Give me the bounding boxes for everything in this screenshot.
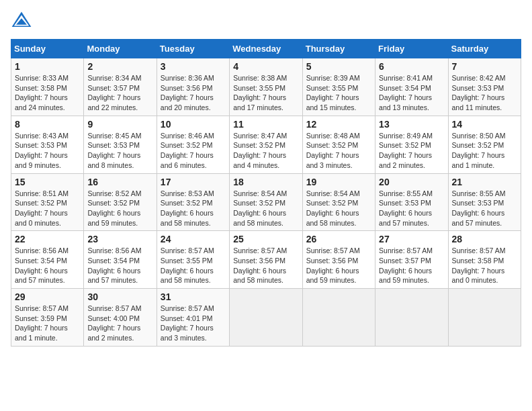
- day-sunrise: Sunrise: 8:53 AM: [161, 189, 214, 197]
- day-sunrise: Sunrise: 8:46 AM: [161, 132, 214, 140]
- weekday-header-friday: Friday: [375, 40, 448, 58]
- day-sunrise: Sunrise: 8:55 AM: [452, 189, 506, 197]
- calendar-cell: 11 Sunrise: 8:47 AM Sunset: 3:52 PM Dayl…: [230, 116, 302, 173]
- day-sunrise: Sunrise: 8:38 AM: [233, 74, 287, 82]
- calendar-cell: 10 Sunrise: 8:46 AM Sunset: 3:52 PM Dayl…: [157, 116, 229, 173]
- calendar-cell: 13 Sunrise: 8:49 AM Sunset: 3:52 PM Dayl…: [375, 116, 448, 173]
- day-sunset: Sunset: 3:54 PM: [379, 84, 431, 92]
- day-number: 2: [87, 61, 152, 72]
- day-sunrise: Sunrise: 8:48 AM: [306, 132, 360, 140]
- day-sunset: Sunset: 3:59 PM: [15, 314, 67, 322]
- day-sunset: Sunset: 3:52 PM: [233, 199, 285, 207]
- weekday-header-row: SundayMondayTuesdayWednesdayThursdayFrid…: [11, 40, 521, 58]
- calendar-cell: 31 Sunrise: 8:57 AM Sunset: 4:01 PM Dayl…: [157, 289, 229, 347]
- day-sunset: Sunset: 3:57 PM: [87, 84, 140, 92]
- day-sunset: Sunset: 3:58 PM: [452, 257, 504, 265]
- day-daylight: Daylight: 7 hours and 3 minutes.: [161, 324, 214, 342]
- weekday-header-thursday: Thursday: [302, 40, 375, 58]
- calendar-cell: 3 Sunrise: 8:36 AM Sunset: 3:56 PM Dayli…: [157, 58, 229, 116]
- day-number: 24: [161, 234, 226, 244]
- day-number: 3: [161, 61, 226, 72]
- weekday-header-sunday: Sunday: [11, 40, 84, 58]
- weekday-header-monday: Monday: [84, 40, 157, 58]
- day-number: 18: [233, 177, 298, 187]
- calendar-cell: [448, 289, 521, 347]
- calendar-week-row: 29 Sunrise: 8:57 AM Sunset: 3:59 PM Dayl…: [11, 289, 521, 347]
- day-sunrise: Sunrise: 8:57 AM: [161, 304, 214, 312]
- day-number: 23: [87, 234, 152, 244]
- day-number: 1: [15, 61, 80, 72]
- day-number: 14: [452, 119, 517, 130]
- day-sunrise: Sunrise: 8:45 AM: [87, 132, 141, 140]
- day-sunrise: Sunrise: 8:56 AM: [15, 246, 69, 255]
- day-daylight: Daylight: 7 hours and 0 minutes.: [452, 267, 505, 285]
- day-sunrise: Sunrise: 8:33 AM: [15, 74, 69, 82]
- day-daylight: Daylight: 7 hours and 9 minutes.: [15, 151, 68, 169]
- day-sunrise: Sunrise: 8:49 AM: [379, 132, 433, 140]
- day-daylight: Daylight: 7 hours and 3 minutes.: [306, 151, 359, 169]
- day-sunset: Sunset: 3:58 PM: [15, 84, 67, 92]
- day-daylight: Daylight: 7 hours and 2 minutes.: [379, 151, 432, 169]
- day-sunrise: Sunrise: 8:54 AM: [233, 189, 287, 197]
- day-number: 17: [161, 177, 226, 187]
- day-sunrise: Sunrise: 8:39 AM: [306, 74, 360, 82]
- calendar-cell: 21 Sunrise: 8:55 AM Sunset: 3:53 PM Dayl…: [448, 173, 521, 231]
- day-daylight: Daylight: 7 hours and 4 minutes.: [233, 151, 286, 169]
- calendar-cell: 4 Sunrise: 8:38 AM Sunset: 3:55 PM Dayli…: [230, 58, 302, 116]
- day-number: 13: [379, 119, 444, 130]
- day-sunrise: Sunrise: 8:54 AM: [306, 189, 360, 197]
- day-daylight: Daylight: 7 hours and 20 minutes.: [161, 93, 214, 111]
- day-daylight: Daylight: 7 hours and 15 minutes.: [306, 93, 359, 111]
- calendar-table: SundayMondayTuesdayWednesdayThursdayFrid…: [11, 39, 521, 347]
- day-sunrise: Sunrise: 8:57 AM: [87, 304, 141, 312]
- day-daylight: Daylight: 7 hours and 8 minutes.: [87, 151, 140, 169]
- day-number: 5: [306, 61, 371, 72]
- day-sunrise: Sunrise: 8:41 AM: [379, 74, 433, 82]
- calendar-cell: 6 Sunrise: 8:41 AM Sunset: 3:54 PM Dayli…: [375, 58, 448, 116]
- day-daylight: Daylight: 7 hours and 24 minutes.: [15, 93, 68, 111]
- day-number: 16: [87, 177, 152, 187]
- weekday-header-saturday: Saturday: [448, 40, 521, 58]
- day-sunset: Sunset: 3:52 PM: [306, 199, 359, 207]
- day-sunrise: Sunrise: 8:56 AM: [87, 246, 141, 255]
- calendar-cell: 29 Sunrise: 8:57 AM Sunset: 3:59 PM Dayl…: [11, 289, 84, 347]
- day-sunrise: Sunrise: 8:34 AM: [87, 74, 141, 82]
- day-sunrise: Sunrise: 8:55 AM: [379, 189, 433, 197]
- day-sunrise: Sunrise: 8:57 AM: [161, 246, 214, 255]
- day-sunrise: Sunrise: 8:51 AM: [15, 189, 69, 197]
- day-sunset: Sunset: 4:01 PM: [161, 314, 213, 322]
- calendar-cell: 14 Sunrise: 8:50 AM Sunset: 3:52 PM Dayl…: [448, 116, 521, 173]
- day-number: 20: [379, 177, 444, 187]
- calendar-cell: 25 Sunrise: 8:57 AM Sunset: 3:56 PM Dayl…: [230, 231, 302, 289]
- day-daylight: Daylight: 6 hours and 57 minutes.: [452, 209, 505, 227]
- day-sunset: Sunset: 4:00 PM: [87, 314, 140, 322]
- day-sunset: Sunset: 3:53 PM: [15, 141, 67, 149]
- day-sunset: Sunset: 3:52 PM: [15, 199, 67, 207]
- day-sunset: Sunset: 3:52 PM: [452, 141, 504, 149]
- day-number: 12: [306, 119, 371, 130]
- day-sunrise: Sunrise: 8:47 AM: [233, 132, 287, 140]
- day-daylight: Daylight: 7 hours and 22 minutes.: [87, 93, 140, 111]
- day-number: 21: [452, 177, 517, 187]
- day-sunset: Sunset: 3:53 PM: [452, 199, 504, 207]
- day-sunrise: Sunrise: 8:57 AM: [233, 246, 287, 255]
- day-number: 15: [15, 177, 80, 187]
- day-daylight: Daylight: 7 hours and 0 minutes.: [15, 209, 68, 227]
- calendar-cell: 2 Sunrise: 8:34 AM Sunset: 3:57 PM Dayli…: [84, 58, 157, 116]
- day-sunset: Sunset: 3:56 PM: [233, 257, 285, 265]
- calendar-cell: 7 Sunrise: 8:42 AM Sunset: 3:53 PM Dayli…: [448, 58, 521, 116]
- day-sunset: Sunset: 3:55 PM: [161, 257, 213, 265]
- calendar-cell: 30 Sunrise: 8:57 AM Sunset: 4:00 PM Dayl…: [84, 289, 157, 347]
- day-sunset: Sunset: 3:55 PM: [233, 84, 285, 92]
- day-sunrise: Sunrise: 8:57 AM: [306, 246, 360, 255]
- day-sunset: Sunset: 3:54 PM: [87, 257, 140, 265]
- calendar-cell: 18 Sunrise: 8:54 AM Sunset: 3:52 PM Dayl…: [230, 173, 302, 231]
- day-daylight: Daylight: 6 hours and 57 minutes.: [15, 267, 68, 285]
- day-sunset: Sunset: 3:56 PM: [161, 84, 213, 92]
- calendar-cell: [302, 289, 375, 347]
- day-sunset: Sunset: 3:52 PM: [379, 141, 431, 149]
- day-number: 10: [161, 119, 226, 130]
- day-number: 29: [15, 291, 80, 302]
- weekday-header-wednesday: Wednesday: [230, 40, 302, 58]
- day-daylight: Daylight: 7 hours and 1 minute.: [452, 151, 505, 169]
